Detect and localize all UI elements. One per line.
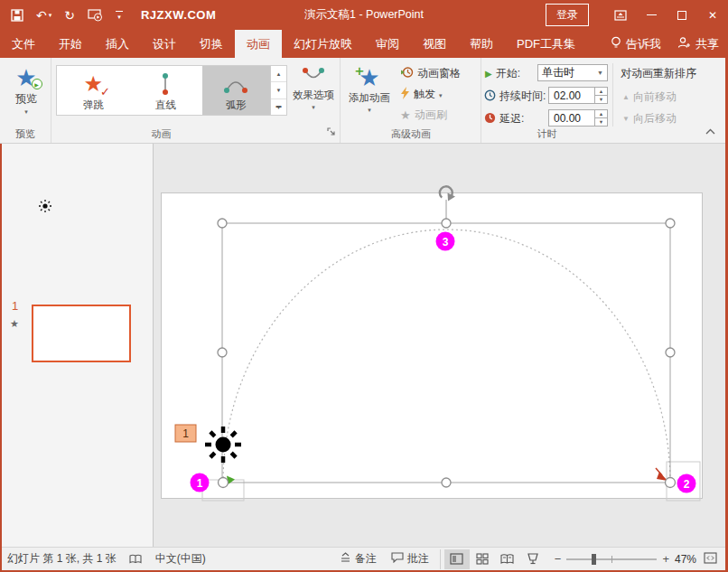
- zoom-slider-track[interactable]: [566, 558, 657, 560]
- triangle-down-icon: ▼: [622, 115, 630, 123]
- preview-button-label: 预览: [15, 91, 37, 107]
- tell-me-button[interactable]: 告诉我: [611, 36, 661, 52]
- zoom-in-button[interactable]: +: [662, 552, 669, 566]
- tab-pdf-tools[interactable]: PDF工具集: [505, 30, 587, 58]
- undo-dropdown-icon[interactable]: ▾: [49, 12, 52, 18]
- animation-dialog-launcher-icon[interactable]: [327, 127, 336, 139]
- slide-number: 1: [12, 299, 18, 313]
- delay-label: 延迟:: [499, 111, 524, 127]
- customize-qat-button[interactable]: ▾: [116, 11, 123, 20]
- group-label-advanced: 高级动画: [341, 127, 481, 141]
- slide-sorter-view-button[interactable]: [470, 549, 495, 569]
- notes-button[interactable]: 备注: [340, 551, 377, 567]
- sun-shape[interactable]: [205, 427, 241, 463]
- spin-up-icon[interactable]: ▲: [595, 110, 607, 118]
- chevron-down-icon[interactable]: ▼: [593, 65, 607, 80]
- tab-transitions[interactable]: 切换: [188, 30, 235, 58]
- login-button[interactable]: 登录: [546, 4, 589, 26]
- language-indicator[interactable]: 中文(中国): [155, 551, 206, 567]
- quick-access-toolbar: ↶▾ ↻ ▾ RJZXW.COM: [11, 8, 216, 22]
- maximize-button[interactable]: [667, 0, 697, 30]
- slide[interactable]: [161, 192, 703, 499]
- handle-top-right[interactable]: [666, 219, 675, 228]
- gallery-scrollbar: ▲ ▼ ▬▼: [271, 65, 287, 116]
- duration-spinner[interactable]: 02.00 ▲▼: [548, 87, 608, 104]
- add-animation-button[interactable]: ★＋ 添加动画 ▾: [344, 64, 395, 114]
- handle-bottom-right-path-end[interactable]: [666, 478, 676, 488]
- effect-options-icon: [301, 64, 326, 89]
- duration-row: 持续时间:: [484, 89, 546, 104]
- effect-options-label: 效果选项: [293, 89, 334, 102]
- delay-clock-icon: [484, 112, 496, 127]
- share-button[interactable]: 共享: [677, 36, 719, 52]
- gallery-item-label: 弧形: [226, 98, 247, 112]
- slide-counter[interactable]: 幻灯片 第 1 张, 共 1 张: [7, 551, 117, 567]
- start-slideshow-icon[interactable]: [88, 9, 103, 22]
- gallery-item-bounce[interactable]: ★✓ 弹跳: [57, 66, 129, 115]
- fit-slide-to-window-button[interactable]: [704, 552, 717, 567]
- start-select[interactable]: 单击时 ▼: [537, 64, 608, 81]
- animation-indicator-star-icon[interactable]: ★: [10, 318, 19, 330]
- comments-label: 批注: [407, 551, 429, 567]
- trigger-button[interactable]: 触发 ▾: [400, 87, 443, 102]
- view-switcher: [440, 549, 546, 569]
- gallery-scroll-down-button[interactable]: ▼: [271, 82, 286, 98]
- close-button[interactable]: ✕: [697, 0, 728, 30]
- animation-pane-button[interactable]: 动画窗格: [400, 66, 461, 81]
- notes-icon: [340, 552, 351, 566]
- save-icon[interactable]: [11, 9, 23, 22]
- tab-slideshow[interactable]: 幻灯片放映: [282, 30, 364, 58]
- tab-design[interactable]: 设计: [141, 30, 188, 58]
- undo-button[interactable]: ↶▾: [36, 9, 51, 22]
- reading-view-button[interactable]: [495, 549, 520, 569]
- slideshow-view-button[interactable]: [520, 549, 546, 569]
- handle-middle-left[interactable]: [218, 348, 227, 357]
- tab-insert[interactable]: 插入: [94, 30, 141, 58]
- slide-thumbnail[interactable]: [32, 305, 131, 362]
- status-bar: 幻灯片 第 1 张, 共 1 张 中文(中国) 备注 批注: [0, 547, 728, 570]
- zoom-out-button[interactable]: −: [555, 552, 562, 566]
- chevron-down-icon: ▾: [439, 92, 443, 99]
- bounce-star-icon: ★✓: [83, 71, 103, 97]
- gallery-more-button[interactable]: ▬▼: [271, 99, 286, 115]
- handle-top-middle[interactable]: [442, 219, 451, 228]
- normal-view-button[interactable]: [444, 549, 470, 569]
- comments-button[interactable]: 批注: [391, 551, 429, 567]
- animation-painter-label: 动画刷: [415, 108, 447, 123]
- minimize-button[interactable]: [636, 0, 667, 30]
- delay-spinner[interactable]: 00.00 ▲▼: [548, 109, 608, 127]
- tab-home[interactable]: 开始: [47, 30, 94, 58]
- tab-review[interactable]: 审阅: [364, 30, 411, 58]
- start-play-icon: ▶: [485, 69, 492, 79]
- zoom-percentage[interactable]: 47%: [675, 553, 696, 566]
- gallery-item-lines[interactable]: 直线: [129, 66, 201, 115]
- chevron-down-icon: ▾: [368, 107, 371, 114]
- tab-animations[interactable]: 动画: [235, 30, 282, 58]
- handle-top-left[interactable]: [218, 219, 227, 228]
- delay-row: 延迟:: [484, 111, 524, 127]
- handle-bottom-left-path-start[interactable]: [219, 478, 229, 488]
- add-animation-star-icon: ★＋: [359, 64, 379, 91]
- ribbon-tab-bar: 文件 开始 插入 设计 切换 动画 幻灯片放映 审阅 视图 帮助 PDF工具集 …: [0, 30, 728, 58]
- tab-view[interactable]: 视图: [411, 30, 458, 58]
- spellcheck-icon[interactable]: [129, 554, 143, 565]
- gallery-item-arcs[interactable]: 弧形: [202, 66, 270, 115]
- spin-down-icon[interactable]: ▼: [595, 118, 607, 126]
- handle-middle-right[interactable]: [666, 348, 675, 357]
- handle-bottom-middle[interactable]: [442, 478, 451, 487]
- preview-button[interactable]: ★▶ 预览 ▾: [6, 64, 46, 116]
- spin-down-icon[interactable]: ▼: [595, 96, 607, 103]
- tab-help[interactable]: 帮助: [458, 30, 505, 58]
- zoom-slider-thumb[interactable]: [592, 554, 596, 565]
- spin-up-icon[interactable]: ▲: [595, 88, 607, 96]
- effect-options-button[interactable]: 效果选项 ▾: [290, 64, 337, 111]
- group-label-animation: 动画: [51, 127, 271, 141]
- gallery-scroll-up-button[interactable]: ▲: [271, 66, 286, 82]
- tab-file[interactable]: 文件: [0, 30, 47, 58]
- trigger-label: 触发: [414, 87, 435, 102]
- animation-number-tag[interactable]: 1: [175, 425, 196, 442]
- redo-button[interactable]: ↻: [64, 9, 75, 22]
- ribbon-display-options-button[interactable]: [605, 0, 636, 30]
- collapse-ribbon-button[interactable]: [705, 125, 715, 137]
- preview-star-icon: ★▶: [15, 64, 36, 91]
